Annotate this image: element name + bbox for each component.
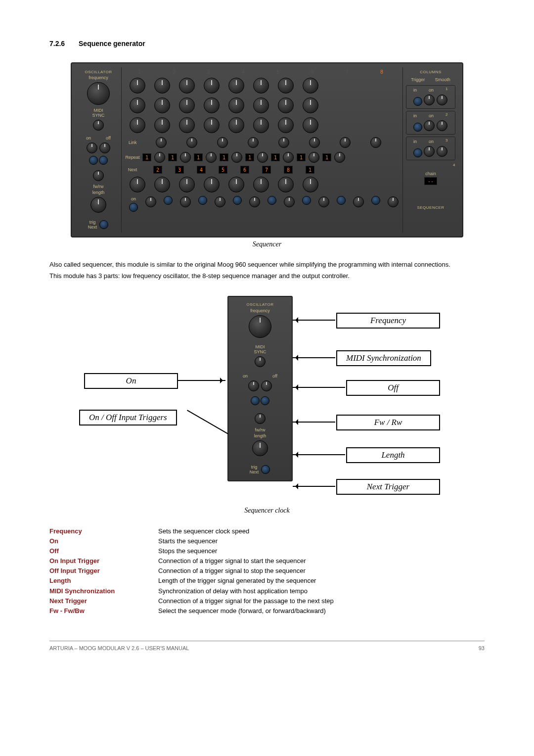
on-knob[interactable] bbox=[145, 196, 156, 207]
on-knob[interactable] bbox=[353, 196, 364, 207]
on-knob[interactable] bbox=[215, 196, 225, 207]
clock-on-button[interactable] bbox=[248, 380, 259, 391]
step-jack[interactable] bbox=[302, 196, 311, 205]
clock-trignext-jack[interactable] bbox=[261, 465, 270, 474]
step-knob[interactable] bbox=[204, 117, 220, 133]
midi-sync-knob[interactable] bbox=[93, 120, 104, 131]
repeat-value[interactable]: 1 bbox=[142, 153, 151, 161]
step-knob[interactable] bbox=[154, 117, 170, 133]
repeat-value[interactable]: 1 bbox=[322, 153, 331, 161]
in-jack[interactable] bbox=[413, 123, 422, 132]
step-knob[interactable] bbox=[253, 97, 269, 113]
step-knob[interactable] bbox=[204, 177, 220, 192]
next-value[interactable]: 7 bbox=[262, 166, 271, 174]
smooth-knob[interactable] bbox=[437, 120, 447, 131]
link-knob[interactable] bbox=[370, 137, 381, 148]
next-value[interactable]: 5 bbox=[219, 166, 227, 174]
next-value[interactable]: 3 bbox=[175, 166, 184, 174]
repeat-value[interactable]: 1 bbox=[168, 153, 177, 161]
step-knob[interactable] bbox=[228, 97, 244, 113]
link-knob[interactable] bbox=[248, 137, 259, 148]
repeat-knob[interactable] bbox=[206, 152, 217, 163]
step-jack[interactable] bbox=[129, 203, 138, 212]
chain-value[interactable]: -- bbox=[424, 177, 437, 185]
step-jack[interactable] bbox=[267, 196, 276, 205]
length-knob[interactable] bbox=[90, 197, 106, 213]
off-trigger-jack[interactable] bbox=[99, 156, 108, 165]
step-knob[interactable] bbox=[154, 177, 170, 192]
step-knob[interactable] bbox=[130, 97, 145, 113]
repeat-value[interactable]: 1 bbox=[245, 153, 254, 161]
step-knob[interactable] bbox=[154, 78, 170, 94]
on-knob[interactable] bbox=[180, 196, 191, 207]
on-knob[interactable] bbox=[284, 196, 295, 207]
on-button[interactable] bbox=[87, 142, 97, 153]
clock-length-knob[interactable] bbox=[252, 440, 268, 456]
repeat-knob[interactable] bbox=[154, 152, 165, 163]
col-knob[interactable] bbox=[424, 146, 435, 157]
in-jack[interactable] bbox=[413, 148, 422, 157]
fwrw-knob[interactable] bbox=[93, 170, 104, 181]
step-knob[interactable] bbox=[303, 97, 318, 113]
step-knob[interactable] bbox=[179, 78, 195, 94]
on-knob[interactable] bbox=[249, 196, 260, 207]
trig-next-jack[interactable] bbox=[99, 220, 108, 229]
step-knob[interactable] bbox=[130, 177, 145, 192]
link-knob[interactable] bbox=[186, 137, 197, 148]
step-knob[interactable] bbox=[303, 78, 318, 94]
clock-on-jack[interactable] bbox=[251, 396, 260, 405]
link-knob[interactable] bbox=[156, 137, 167, 148]
next-value[interactable]: 1 bbox=[306, 166, 314, 174]
step-jack[interactable] bbox=[337, 196, 346, 205]
repeat-knob[interactable] bbox=[257, 152, 268, 163]
step-knob[interactable] bbox=[228, 78, 244, 94]
repeat-value[interactable]: 1 bbox=[220, 153, 228, 161]
on-knob[interactable] bbox=[388, 196, 399, 207]
off-button[interactable] bbox=[99, 142, 110, 153]
step-knob[interactable] bbox=[253, 117, 269, 133]
repeat-knob[interactable] bbox=[283, 152, 294, 163]
step-knob[interactable] bbox=[204, 78, 220, 94]
repeat-knob[interactable] bbox=[180, 152, 191, 163]
clock-off-jack[interactable] bbox=[261, 396, 269, 405]
step-knob[interactable] bbox=[179, 177, 195, 192]
step-knob[interactable] bbox=[278, 78, 294, 94]
step-knob[interactable] bbox=[154, 97, 170, 113]
step-knob[interactable] bbox=[303, 117, 318, 133]
next-value[interactable]: 4 bbox=[197, 166, 206, 174]
clock-frequency-knob[interactable] bbox=[249, 315, 271, 338]
link-knob[interactable] bbox=[217, 137, 228, 148]
col-knob[interactable] bbox=[424, 120, 435, 131]
next-value[interactable]: 8 bbox=[284, 166, 293, 174]
smooth-knob[interactable] bbox=[437, 146, 447, 157]
step-knob[interactable] bbox=[130, 78, 145, 94]
step-knob[interactable] bbox=[253, 78, 269, 94]
clock-fwrw-knob[interactable] bbox=[255, 413, 266, 424]
step-jack[interactable] bbox=[233, 196, 242, 205]
next-value[interactable]: 6 bbox=[240, 166, 249, 174]
col-knob[interactable] bbox=[424, 94, 435, 105]
repeat-value[interactable]: 1 bbox=[297, 153, 306, 161]
step-knob[interactable] bbox=[179, 97, 195, 113]
step-jack[interactable] bbox=[164, 196, 173, 205]
on-trigger-jack[interactable] bbox=[89, 156, 98, 165]
smooth-knob[interactable] bbox=[437, 94, 447, 105]
step-knob[interactable] bbox=[179, 117, 195, 133]
in-jack[interactable] bbox=[413, 97, 422, 106]
step-jack[interactable] bbox=[198, 196, 207, 205]
link-knob[interactable] bbox=[340, 137, 351, 148]
clock-off-button[interactable] bbox=[261, 380, 272, 391]
next-value[interactable]: 2 bbox=[153, 166, 162, 174]
step-knob[interactable] bbox=[228, 177, 244, 192]
step-knob[interactable] bbox=[253, 177, 269, 192]
repeat-value[interactable]: 1 bbox=[271, 153, 280, 161]
repeat-knob[interactable] bbox=[334, 152, 345, 163]
step-knob[interactable] bbox=[130, 117, 145, 133]
repeat-knob[interactable] bbox=[309, 152, 319, 163]
link-knob[interactable] bbox=[278, 137, 289, 148]
step-jack[interactable] bbox=[371, 196, 380, 205]
step-knob[interactable] bbox=[204, 97, 220, 113]
clock-midisync-knob[interactable] bbox=[255, 356, 266, 367]
repeat-value[interactable]: 1 bbox=[194, 153, 203, 161]
step-knob[interactable] bbox=[303, 177, 318, 192]
